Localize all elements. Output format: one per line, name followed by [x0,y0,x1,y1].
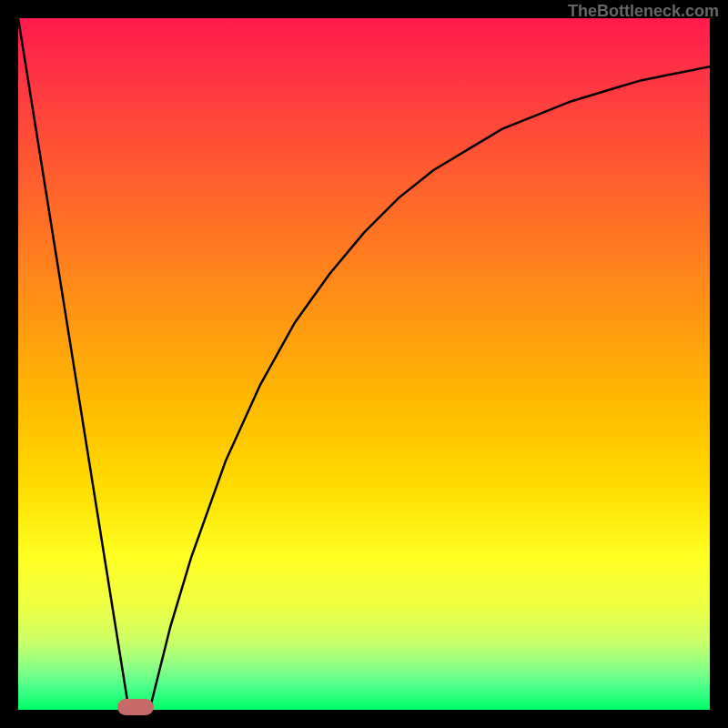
bottleneck-marker [117,699,154,715]
chart-curves [18,18,710,710]
left-descending-line [18,18,129,710]
watermark-text: TheBottleneck.com [568,2,719,21]
right-ascending-curve [149,66,710,710]
